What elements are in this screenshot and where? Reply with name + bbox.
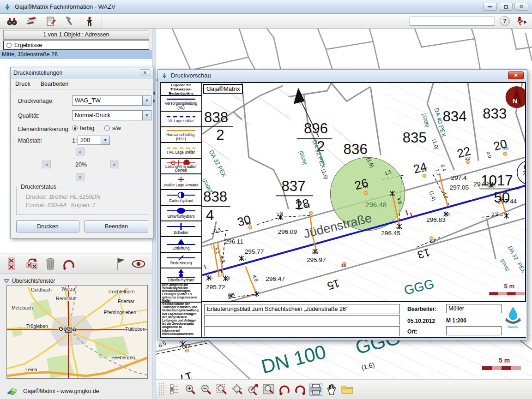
binoculars-search-icon[interactable] xyxy=(6,16,18,27)
beenden-button[interactable]: Beenden xyxy=(85,220,148,232)
map-label: VAS xyxy=(396,226,403,230)
legend-item: Versorgungsleitung (VL) xyxy=(161,96,201,112)
map-label: 15 xyxy=(341,262,347,268)
hydrant-person-icon[interactable] xyxy=(83,16,96,27)
map-label: VAS xyxy=(240,257,246,261)
zoom-window-icon[interactable] xyxy=(215,383,228,396)
zoom-percent: 20% xyxy=(75,161,87,168)
zoom-in-icon[interactable] xyxy=(184,383,197,396)
menu-druck[interactable]: Druck xyxy=(15,81,30,87)
dialog-close-icon[interactable]: ✕ xyxy=(140,69,150,76)
overview-expander[interactable]: Übersichtsfenster xyxy=(4,278,55,284)
overview-map[interactable]: GoldbachWarzaTröchtelbornRemstädtFriemar… xyxy=(6,285,148,379)
ort-label: Ort: xyxy=(407,328,417,335)
toolbar-drag-handle[interactable] xyxy=(159,382,165,396)
zoom-full-icon[interactable] xyxy=(262,383,275,396)
qualitaet-select[interactable]: Normal-Druck ▼ xyxy=(72,110,151,120)
legend-disclaimer: Kein Anspruch auf Vollständigkeit der Be… xyxy=(161,284,201,303)
map-legend: Legende für Trinkwasser-Bestandspläne Ve… xyxy=(161,83,202,337)
open-folder-icon[interactable] xyxy=(341,383,354,396)
preview-titlebar[interactable]: Druckvorschau ✕ xyxy=(158,70,527,81)
eye-icon[interactable] xyxy=(132,257,145,271)
results-group-row[interactable]: Ergebnisse xyxy=(3,41,149,50)
zoom-down-button[interactable]: ▼ xyxy=(76,173,85,181)
map-label: VAS xyxy=(312,251,319,254)
drucker-status-line: Drucker: Brother HL-5250DN xyxy=(21,194,152,200)
massstab-select[interactable]: 200 ▼ xyxy=(78,136,110,145)
qualitaet-label: Qualität: xyxy=(18,113,40,119)
minimize-button[interactable] xyxy=(483,3,497,11)
chevron-down-icon[interactable]: ▼ xyxy=(142,111,151,120)
zoom-pan-icon[interactable] xyxy=(231,383,244,396)
ort-field[interactable] xyxy=(446,326,502,335)
chevron-down-icon[interactable]: ▼ xyxy=(101,136,109,144)
zoom-right-button[interactable]: ► xyxy=(110,161,119,168)
rot-cw-icon[interactable] xyxy=(294,383,307,396)
bearbeiter-label: Bearbeiter: xyxy=(407,306,436,312)
layers-icon[interactable] xyxy=(25,16,38,27)
radio-farbig[interactable]: farbig xyxy=(72,125,94,131)
druckerstatus-title: Druckerstatus xyxy=(19,184,58,190)
map-label: 30 xyxy=(246,220,251,226)
blue-dashed-line-icon xyxy=(165,114,197,119)
zoom-up-button[interactable]: ▲ xyxy=(76,148,85,155)
rotate-ccw-icon[interactable] xyxy=(62,257,76,271)
status-text: Gaja®Matrix - www.gingko.de xyxy=(23,388,99,394)
pan-hand-icon[interactable] xyxy=(325,383,338,396)
radio-farbig-circle[interactable] xyxy=(72,125,78,131)
legend-visibility-icon[interactable] xyxy=(168,383,181,396)
chevron-down-icon[interactable]: ▼ xyxy=(142,96,151,105)
restore-button[interactable] xyxy=(499,3,513,11)
delete-refresh-icon[interactable] xyxy=(25,257,39,271)
titleblock-line1[interactable]: Erläuterungsblatt zum Schachtschein „Jüd… xyxy=(204,304,400,314)
overview-label: Übersichtsfenster xyxy=(12,278,55,284)
drucker-value: Brother HL-5250DN xyxy=(49,194,100,200)
map-label: 295.72 xyxy=(206,284,225,291)
radio-sw[interactable]: s/w xyxy=(104,125,121,131)
kopien-value: 1 xyxy=(92,202,96,208)
massstab-value: 200 xyxy=(78,137,101,143)
map-label: 4 xyxy=(206,207,214,223)
exit-runner-icon[interactable] xyxy=(514,16,527,26)
chevron-down-icon xyxy=(4,279,9,283)
map-label: N xyxy=(513,97,518,105)
result-item-selected[interactable]: Mitte, Jüdenstraße 26 xyxy=(0,50,152,59)
close-button[interactable]: ✕ xyxy=(514,3,528,11)
zoom-left-button[interactable]: ◄ xyxy=(42,161,51,168)
titleblock-line3[interactable] xyxy=(204,326,400,336)
zoom-arrow-icon[interactable] xyxy=(247,383,260,396)
drucken-button[interactable]: Drucken xyxy=(16,220,79,232)
help-button[interactable]: ? xyxy=(500,16,510,26)
quick-search-input[interactable] xyxy=(410,17,495,26)
bearbeiter-field[interactable]: Müller xyxy=(446,304,502,313)
trash-icon[interactable] xyxy=(43,257,57,271)
preview-close-icon[interactable]: ✕ xyxy=(508,71,524,79)
print-icon[interactable] xyxy=(309,383,322,396)
map-label: VAS xyxy=(444,213,450,216)
map-label: 296.47 xyxy=(266,276,285,283)
map-label: 296.11 xyxy=(224,238,243,245)
date-label: 05.10.2012 xyxy=(407,318,435,324)
menu-bearbeiten[interactable]: Bearbeiten xyxy=(41,81,68,87)
results-radio[interactable] xyxy=(6,43,12,48)
hammer-tools-icon[interactable] xyxy=(64,16,77,27)
dialog-titlebar[interactable]: Druckeinstellungen ✕ xyxy=(11,67,153,78)
map-label: KR xyxy=(524,164,525,170)
map-label: 297.4 xyxy=(451,174,467,181)
radio-sw-circle[interactable] xyxy=(104,125,110,131)
delete-all-icon[interactable] xyxy=(6,257,20,271)
titleblock-line2[interactable] xyxy=(204,315,400,325)
druckvorlage-select[interactable]: WAG_TW ▼ xyxy=(72,95,151,106)
map-label: 30 xyxy=(523,170,525,177)
report-notes-icon[interactable] xyxy=(44,16,57,27)
legend-item: HAL Lage unklar xyxy=(161,143,201,159)
results-header[interactable]: 1 von 1 Objekt : Adressen xyxy=(3,30,149,40)
flag-icon[interactable] xyxy=(113,257,127,271)
actions-toolbar xyxy=(0,254,152,274)
map-label: Trügleben xyxy=(26,323,48,329)
title-block: Erläuterungsblatt zum Schachtschein „Jüd… xyxy=(202,301,526,337)
zoom-out-icon[interactable] xyxy=(200,383,212,396)
app-status-bar: Gaja®Matrix - www.gingko.de xyxy=(0,383,152,399)
rot-ccw-icon[interactable] xyxy=(278,383,291,396)
dialog-title: Druckeinstellungen xyxy=(13,70,62,76)
